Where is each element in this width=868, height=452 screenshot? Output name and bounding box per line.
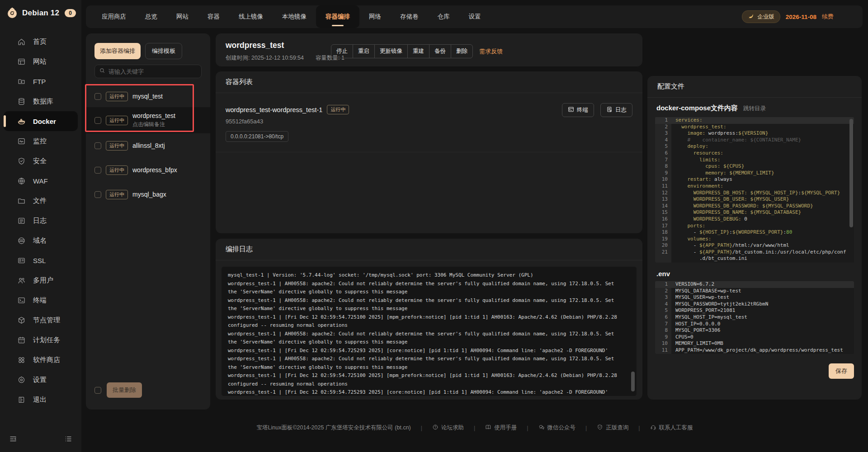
code-line: 1services:: [655, 117, 854, 124]
sidebar-item-label: WAF: [33, 177, 48, 185]
restart-button[interactable]: 重启: [353, 45, 375, 58]
sidebar-item-domain[interactable]: 域名: [4, 231, 78, 250]
site-icon: [17, 57, 26, 66]
compose-log-card: 编排日志 mysql_test-1 | Version: '5.7.44-log…: [216, 239, 642, 400]
footer-link-wechat[interactable]: 微信公众号: [538, 424, 576, 432]
shield-icon: [17, 157, 26, 165]
log-button-label: 日志: [615, 106, 627, 114]
enterprise-badge-icon: [748, 13, 755, 21]
sidebar-item-ftp[interactable]: FTP: [4, 71, 78, 91]
sidebar-item-settings[interactable]: 设置: [4, 370, 78, 390]
terminal-button[interactable]: 终端: [562, 103, 594, 117]
footer-link-support[interactable]: 联系人工客服: [650, 424, 693, 432]
notification-count-badge[interactable]: 0: [65, 9, 76, 17]
feedback-link[interactable]: 需求反馈: [479, 47, 503, 56]
container-id: 95512fa65a43: [226, 118, 632, 125]
sidebar-item-database[interactable]: 数据库: [4, 91, 78, 111]
tab-overview[interactable]: 总览: [136, 5, 167, 28]
orchestration-list-item[interactable]: 运行中mysql_test: [86, 85, 210, 107]
container-row: wordpress_test-wordpress_test-1 运行中 9551…: [216, 93, 642, 152]
sidebar-item-home[interactable]: 首页: [4, 32, 78, 52]
code-line: 11APP_PATH=/www/dk_project/dk_app/wordpr…: [655, 347, 854, 354]
tab-settings[interactable]: 设置: [459, 5, 491, 28]
code-line: 5 deploy:: [655, 143, 854, 150]
code-line: 11 environment:: [655, 183, 854, 190]
calendar-icon: [17, 336, 26, 344]
footer-link-genuine-check[interactable]: 正版查询: [597, 424, 628, 432]
collapse-sidebar-icon[interactable]: [9, 435, 17, 445]
orchestration-list-item[interactable]: 运行中mysql_bagx: [86, 182, 210, 207]
enterprise-badge[interactable]: 企业版: [742, 10, 780, 23]
code-line: 16 WORDPRESS_DEBUG: 0: [655, 216, 854, 223]
log-line: wordpress_test-1 | [Fri Dec 12 02:59:54.…: [228, 313, 626, 330]
sidebar-item-users[interactable]: 多用户: [4, 270, 78, 290]
item-checkbox[interactable]: [94, 167, 101, 174]
copyright-text: 宝塔Linux面板©2014-2025 广东堡塔安全技术有限公司 (bt.cn): [257, 424, 411, 432]
footer-link-manual[interactable]: 使用手册: [485, 424, 517, 432]
config-panel: 配置文件 docker-compose文件内容 跳转目录 1services:2…: [647, 76, 862, 400]
sidebar-item-sites[interactable]: 网站: [4, 52, 78, 71]
tab-volumes[interactable]: 存储卷: [391, 5, 428, 28]
select-all-checkbox[interactable]: [94, 387, 101, 394]
sidebar-item-nodes[interactable]: 节点管理: [4, 310, 78, 330]
stop-button[interactable]: 停止: [331, 45, 353, 58]
top-navigation: 应用商店总览网站容器线上镜像本地镜像容器编排网络存储卷仓库设置 企业版 2026…: [86, 5, 863, 28]
add-orchestration-button[interactable]: 添加容器编排: [94, 43, 141, 59]
delete-button[interactable]: 删除: [451, 45, 472, 58]
logdoc-icon: [17, 217, 26, 225]
batch-delete-button[interactable]: 批量删除: [107, 382, 142, 398]
update-image-button[interactable]: 更新镜像: [375, 45, 408, 58]
renew-link[interactable]: 续费: [822, 13, 834, 21]
status-badge: 运行中: [106, 165, 128, 175]
rebuild-button[interactable]: 重建: [408, 45, 429, 58]
license-expiry-date: 2026-11-08: [786, 14, 816, 20]
db-icon: [17, 97, 26, 106]
log-output[interactable]: mysql_test-1 | Version: '5.7.44-log' soc…: [222, 267, 637, 396]
sidebar-item-files[interactable]: 文件: [4, 191, 78, 211]
item-checkbox[interactable]: [94, 117, 101, 124]
tab-orchestration[interactable]: 容器编排: [316, 5, 359, 28]
log-button[interactable]: 日志: [600, 103, 632, 117]
batch-actions: 批量删除: [94, 382, 142, 398]
sidebar-item-ssl[interactable]: SSL: [4, 250, 78, 270]
status-badge: 运行中: [106, 116, 128, 125]
log-line: wordpress_test-1 | AH00558: apache2: Cou…: [228, 280, 626, 297]
sidebar-item-security[interactable]: 安全: [4, 151, 78, 171]
orchestration-template-button[interactable]: 编排模板: [145, 43, 182, 59]
env-editor[interactable]: 1VERSION=6.7.22MYSQL_DATABASE=wp-test3MY…: [655, 281, 854, 354]
sidebar-item-logs[interactable]: 日志: [4, 211, 78, 231]
orchestration-list-item[interactable]: 运行中allinssl_8xtj: [86, 133, 210, 158]
item-checkbox[interactable]: [94, 191, 101, 198]
wechat-icon: [538, 424, 545, 432]
tab-containers[interactable]: 容器: [198, 5, 229, 28]
sidebar-item-exit[interactable]: 退出: [4, 390, 78, 410]
jump-directory-link[interactable]: 跳转目录: [743, 105, 766, 113]
orchestration-list-item[interactable]: 运行中wordpress_bfpx: [86, 158, 210, 182]
backup-button[interactable]: 备份: [429, 45, 451, 58]
menu-layout-icon[interactable]: [64, 435, 72, 445]
tab-remote-images[interactable]: 线上镜像: [229, 5, 273, 28]
tab-app-store[interactable]: 应用商店: [92, 5, 136, 28]
save-button[interactable]: 保存: [829, 363, 854, 379]
port-mapping-tag[interactable]: 0.0.0.0:21081->80/tcp: [226, 131, 288, 142]
tab-network[interactable]: 网络: [359, 5, 391, 28]
item-checkbox[interactable]: [94, 93, 101, 100]
edit-note-link[interactable]: 点击编辑备注: [132, 121, 175, 128]
search-input[interactable]: [108, 68, 197, 75]
tab-local-images[interactable]: 本地镜像: [273, 5, 316, 28]
sidebar-item-monitor[interactable]: 监控: [4, 131, 78, 151]
orchestration-list-item[interactable]: 运行中wordpress_test点击编辑备注: [86, 107, 210, 133]
sidebar-item-cron[interactable]: 计划任务: [4, 330, 78, 350]
log-scrollbar-thumb[interactable]: [631, 372, 635, 391]
tab-repositories[interactable]: 仓库: [428, 5, 459, 28]
footer-link-forum-help[interactable]: 论坛求助: [432, 424, 464, 432]
sidebar-item-label: 软件商店: [33, 356, 60, 364]
sidebar-item-docker[interactable]: Docker: [4, 111, 78, 131]
compose-editor[interactable]: 1services:2 wordpress_test:3 image: word…: [655, 117, 854, 263]
editor-scrollbar-thumb[interactable]: [849, 119, 853, 227]
item-checkbox[interactable]: [94, 142, 101, 149]
sidebar-item-waf[interactable]: WAF: [4, 171, 78, 191]
sidebar-item-terminal[interactable]: 终端: [4, 290, 78, 310]
tab-sites[interactable]: 网站: [167, 5, 198, 28]
sidebar-item-appstore[interactable]: 软件商店: [4, 350, 78, 370]
